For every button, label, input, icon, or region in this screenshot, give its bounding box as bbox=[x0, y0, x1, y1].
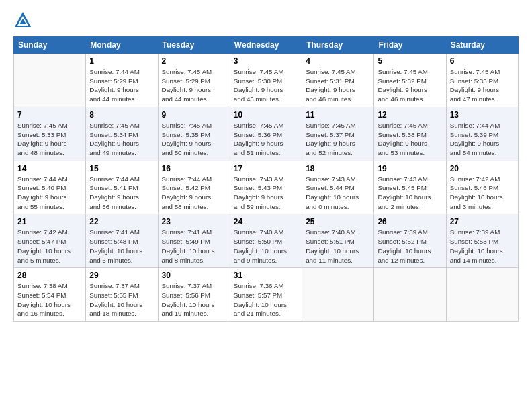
day-number: 1 bbox=[89, 56, 154, 66]
calendar-cell bbox=[302, 268, 374, 322]
day-number: 6 bbox=[450, 56, 515, 66]
day-number: 10 bbox=[234, 110, 298, 120]
logo bbox=[13, 11, 35, 30]
week-row-1: 7Sunrise: 7:45 AM Sunset: 5:33 PM Daylig… bbox=[14, 107, 519, 161]
calendar-cell bbox=[14, 54, 86, 107]
calendar-cell: 6Sunrise: 7:45 AM Sunset: 5:33 PM Daylig… bbox=[446, 54, 518, 107]
calendar-cell: 5Sunrise: 7:45 AM Sunset: 5:32 PM Daylig… bbox=[374, 54, 446, 107]
calendar-cell: 8Sunrise: 7:45 AM Sunset: 5:34 PM Daylig… bbox=[86, 107, 158, 161]
logo-icon bbox=[13, 11, 32, 30]
calendar-body: 1Sunrise: 7:44 AM Sunset: 5:29 PM Daylig… bbox=[14, 54, 519, 322]
day-info: Sunrise: 7:42 AM Sunset: 5:47 PM Dayligh… bbox=[17, 228, 82, 265]
day-number: 19 bbox=[378, 164, 442, 173]
calendar-cell: 31Sunrise: 7:36 AM Sunset: 5:57 PM Dayli… bbox=[230, 268, 302, 322]
weekday-header-wednesday: Wednesday bbox=[230, 37, 302, 54]
calendar-cell: 1Sunrise: 7:44 AM Sunset: 5:29 PM Daylig… bbox=[86, 54, 158, 107]
day-info: Sunrise: 7:36 AM Sunset: 5:57 PM Dayligh… bbox=[234, 281, 298, 318]
day-number: 11 bbox=[306, 110, 370, 120]
day-info: Sunrise: 7:40 AM Sunset: 5:51 PM Dayligh… bbox=[306, 228, 370, 265]
day-info: Sunrise: 7:42 AM Sunset: 5:46 PM Dayligh… bbox=[450, 175, 515, 212]
header bbox=[13, 11, 519, 30]
day-number: 2 bbox=[162, 56, 226, 66]
week-row-2: 14Sunrise: 7:44 AM Sunset: 5:40 PM Dayli… bbox=[14, 161, 519, 214]
day-number: 23 bbox=[162, 217, 226, 226]
calendar-cell bbox=[374, 268, 446, 322]
calendar-cell: 30Sunrise: 7:37 AM Sunset: 5:56 PM Dayli… bbox=[158, 268, 230, 322]
weekday-header-row: SundayMondayTuesdayWednesdayThursdayFrid… bbox=[14, 37, 519, 54]
calendar-cell: 16Sunrise: 7:44 AM Sunset: 5:42 PM Dayli… bbox=[158, 161, 230, 214]
calendar-cell: 27Sunrise: 7:39 AM Sunset: 5:53 PM Dayli… bbox=[446, 214, 518, 268]
day-info: Sunrise: 7:45 AM Sunset: 5:33 PM Dayligh… bbox=[450, 67, 515, 104]
day-number: 14 bbox=[17, 164, 82, 173]
day-info: Sunrise: 7:45 AM Sunset: 5:33 PM Dayligh… bbox=[17, 121, 82, 158]
day-info: Sunrise: 7:37 AM Sunset: 5:56 PM Dayligh… bbox=[162, 281, 226, 318]
calendar-cell: 15Sunrise: 7:44 AM Sunset: 5:41 PM Dayli… bbox=[86, 161, 158, 214]
day-number: 9 bbox=[162, 110, 226, 120]
calendar-cell: 17Sunrise: 7:43 AM Sunset: 5:43 PM Dayli… bbox=[230, 161, 302, 214]
calendar-cell: 19Sunrise: 7:43 AM Sunset: 5:45 PM Dayli… bbox=[374, 161, 446, 214]
weekday-header-sunday: Sunday bbox=[14, 37, 86, 54]
week-row-0: 1Sunrise: 7:44 AM Sunset: 5:29 PM Daylig… bbox=[14, 54, 519, 107]
day-info: Sunrise: 7:44 AM Sunset: 5:29 PM Dayligh… bbox=[89, 67, 154, 104]
calendar-cell: 12Sunrise: 7:45 AM Sunset: 5:38 PM Dayli… bbox=[374, 107, 446, 161]
day-info: Sunrise: 7:44 AM Sunset: 5:42 PM Dayligh… bbox=[162, 175, 226, 212]
calendar-cell: 2Sunrise: 7:45 AM Sunset: 5:29 PM Daylig… bbox=[158, 54, 230, 107]
calendar-cell bbox=[446, 268, 518, 322]
day-info: Sunrise: 7:45 AM Sunset: 5:38 PM Dayligh… bbox=[378, 121, 442, 158]
weekday-header-friday: Friday bbox=[374, 37, 446, 54]
day-number: 24 bbox=[234, 217, 298, 226]
day-info: Sunrise: 7:45 AM Sunset: 5:32 PM Dayligh… bbox=[378, 67, 442, 104]
calendar-cell: 3Sunrise: 7:45 AM Sunset: 5:30 PM Daylig… bbox=[230, 54, 302, 107]
day-info: Sunrise: 7:45 AM Sunset: 5:34 PM Dayligh… bbox=[89, 121, 154, 158]
weekday-header-saturday: Saturday bbox=[446, 37, 518, 54]
calendar-cell: 29Sunrise: 7:37 AM Sunset: 5:55 PM Dayli… bbox=[86, 268, 158, 322]
day-info: Sunrise: 7:39 AM Sunset: 5:53 PM Dayligh… bbox=[450, 228, 515, 265]
day-info: Sunrise: 7:45 AM Sunset: 5:35 PM Dayligh… bbox=[162, 121, 226, 158]
day-info: Sunrise: 7:43 AM Sunset: 5:44 PM Dayligh… bbox=[306, 175, 370, 212]
day-info: Sunrise: 7:38 AM Sunset: 5:54 PM Dayligh… bbox=[17, 281, 82, 318]
day-number: 30 bbox=[162, 271, 226, 280]
calendar-cell: 13Sunrise: 7:44 AM Sunset: 5:39 PM Dayli… bbox=[446, 107, 518, 161]
day-info: Sunrise: 7:45 AM Sunset: 5:29 PM Dayligh… bbox=[162, 67, 226, 104]
calendar-cell: 9Sunrise: 7:45 AM Sunset: 5:35 PM Daylig… bbox=[158, 107, 230, 161]
calendar-cell: 11Sunrise: 7:45 AM Sunset: 5:37 PM Dayli… bbox=[302, 107, 374, 161]
day-number: 13 bbox=[450, 110, 515, 120]
day-number: 17 bbox=[234, 164, 298, 173]
day-info: Sunrise: 7:40 AM Sunset: 5:50 PM Dayligh… bbox=[234, 228, 298, 265]
day-number: 7 bbox=[17, 110, 82, 120]
day-number: 4 bbox=[306, 56, 370, 66]
day-info: Sunrise: 7:45 AM Sunset: 5:30 PM Dayligh… bbox=[234, 67, 298, 104]
calendar-cell: 18Sunrise: 7:43 AM Sunset: 5:44 PM Dayli… bbox=[302, 161, 374, 214]
week-row-4: 28Sunrise: 7:38 AM Sunset: 5:54 PM Dayli… bbox=[14, 268, 519, 322]
day-number: 31 bbox=[234, 271, 298, 280]
calendar-cell: 20Sunrise: 7:42 AM Sunset: 5:46 PM Dayli… bbox=[446, 161, 518, 214]
day-info: Sunrise: 7:45 AM Sunset: 5:31 PM Dayligh… bbox=[306, 67, 370, 104]
calendar-cell: 22Sunrise: 7:41 AM Sunset: 5:48 PM Dayli… bbox=[86, 214, 158, 268]
calendar-cell: 7Sunrise: 7:45 AM Sunset: 5:33 PM Daylig… bbox=[14, 107, 86, 161]
day-number: 21 bbox=[17, 217, 82, 226]
day-number: 26 bbox=[378, 217, 442, 226]
day-number: 25 bbox=[306, 217, 370, 226]
calendar-cell: 4Sunrise: 7:45 AM Sunset: 5:31 PM Daylig… bbox=[302, 54, 374, 107]
day-info: Sunrise: 7:39 AM Sunset: 5:52 PM Dayligh… bbox=[378, 228, 442, 265]
day-info: Sunrise: 7:45 AM Sunset: 5:37 PM Dayligh… bbox=[306, 121, 370, 158]
day-number: 5 bbox=[378, 56, 442, 66]
day-number: 12 bbox=[378, 110, 442, 120]
weekday-header-tuesday: Tuesday bbox=[158, 37, 230, 54]
weekday-header-thursday: Thursday bbox=[302, 37, 374, 54]
day-number: 28 bbox=[17, 271, 82, 280]
calendar-cell: 10Sunrise: 7:45 AM Sunset: 5:36 PM Dayli… bbox=[230, 107, 302, 161]
day-number: 8 bbox=[89, 110, 154, 120]
week-row-3: 21Sunrise: 7:42 AM Sunset: 5:47 PM Dayli… bbox=[14, 214, 519, 268]
day-info: Sunrise: 7:45 AM Sunset: 5:36 PM Dayligh… bbox=[234, 121, 298, 158]
calendar-cell: 21Sunrise: 7:42 AM Sunset: 5:47 PM Dayli… bbox=[14, 214, 86, 268]
day-number: 27 bbox=[450, 217, 515, 226]
page: SundayMondayTuesdayWednesdayThursdayFrid… bbox=[0, 0, 532, 328]
weekday-header-monday: Monday bbox=[86, 37, 158, 54]
calendar-cell: 26Sunrise: 7:39 AM Sunset: 5:52 PM Dayli… bbox=[374, 214, 446, 268]
day-info: Sunrise: 7:37 AM Sunset: 5:55 PM Dayligh… bbox=[89, 281, 154, 318]
day-info: Sunrise: 7:41 AM Sunset: 5:49 PM Dayligh… bbox=[162, 228, 226, 265]
day-number: 22 bbox=[89, 217, 154, 226]
day-number: 3 bbox=[234, 56, 298, 66]
calendar-table: SundayMondayTuesdayWednesdayThursdayFrid… bbox=[13, 36, 519, 322]
